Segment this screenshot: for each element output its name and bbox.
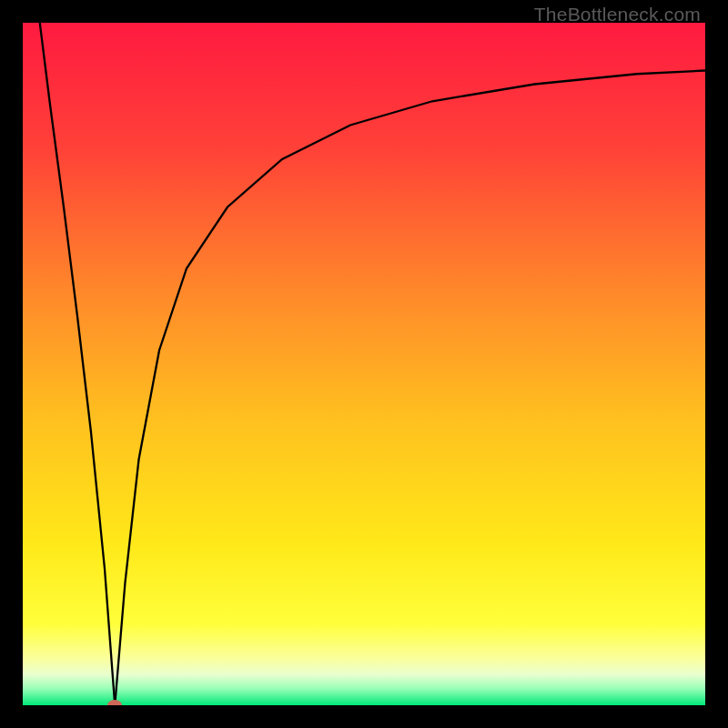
plot-area — [23, 23, 705, 705]
minimum-marker — [107, 700, 122, 705]
curve-left-branch — [40, 23, 116, 705]
bottleneck-curve — [23, 23, 705, 705]
chart-frame: TheBottleneck.com — [0, 0, 728, 728]
curve-right-branch — [115, 71, 705, 706]
watermark-text: TheBottleneck.com — [534, 4, 701, 25]
